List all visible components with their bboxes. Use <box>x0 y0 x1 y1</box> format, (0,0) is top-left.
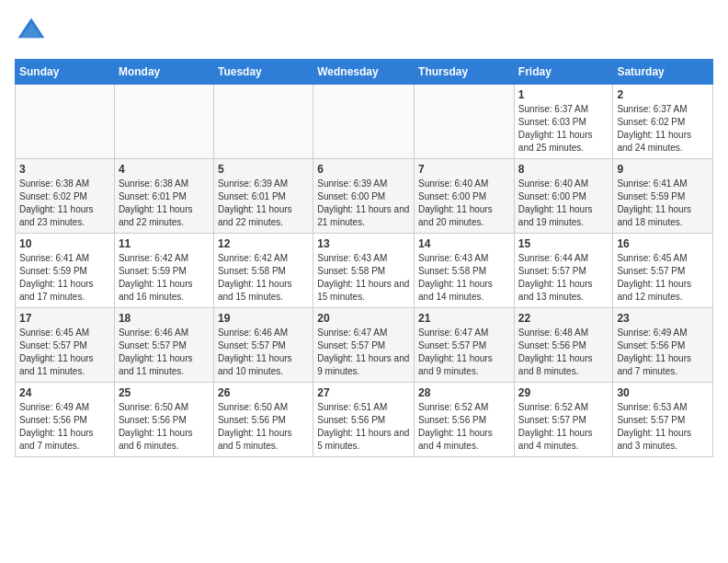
day-number: 11 <box>119 237 210 250</box>
day-info: Sunrise: 6:42 AM Sunset: 5:59 PM Dayligh… <box>119 252 210 304</box>
day-info: Sunrise: 6:43 AM Sunset: 5:58 PM Dayligh… <box>317 252 410 304</box>
calendar-cell: 28Sunrise: 6:52 AM Sunset: 5:56 PM Dayli… <box>415 383 515 457</box>
calendar-cell <box>313 85 415 159</box>
calendar-cell: 7Sunrise: 6:40 AM Sunset: 6:00 PM Daylig… <box>415 159 515 234</box>
calendar-cell <box>415 85 515 159</box>
day-number: 16 <box>617 237 709 250</box>
day-info: Sunrise: 6:50 AM Sunset: 5:56 PM Dayligh… <box>119 401 210 453</box>
calendar-cell: 19Sunrise: 6:46 AM Sunset: 5:57 PM Dayli… <box>213 308 313 383</box>
calendar-cell: 22Sunrise: 6:48 AM Sunset: 5:56 PM Dayli… <box>514 308 613 383</box>
calendar-cell: 2Sunrise: 6:37 AM Sunset: 6:02 PM Daylig… <box>613 85 713 159</box>
day-info: Sunrise: 6:52 AM Sunset: 5:56 PM Dayligh… <box>418 401 510 453</box>
calendar-cell: 6Sunrise: 6:39 AM Sunset: 6:00 PM Daylig… <box>313 159 415 234</box>
day-number: 8 <box>518 163 609 176</box>
calendar-cell: 12Sunrise: 6:42 AM Sunset: 5:58 PM Dayli… <box>213 234 313 308</box>
calendar-cell: 27Sunrise: 6:51 AM Sunset: 5:56 PM Dayli… <box>313 383 415 457</box>
calendar-cell: 21Sunrise: 6:47 AM Sunset: 5:57 PM Dayli… <box>415 308 515 383</box>
day-number: 24 <box>19 386 110 399</box>
calendar-cell: 11Sunrise: 6:42 AM Sunset: 5:59 PM Dayli… <box>114 234 213 308</box>
calendar-cell: 15Sunrise: 6:44 AM Sunset: 5:57 PM Dayli… <box>514 234 613 308</box>
day-info: Sunrise: 6:52 AM Sunset: 5:57 PM Dayligh… <box>518 401 609 453</box>
calendar-table: SundayMondayTuesdayWednesdayThursdayFrid… <box>15 59 713 457</box>
day-number: 4 <box>119 163 210 176</box>
day-info: Sunrise: 6:43 AM Sunset: 5:58 PM Dayligh… <box>418 252 510 304</box>
weekday-header-friday: Friday <box>514 60 613 85</box>
page-header <box>15 15 713 48</box>
day-info: Sunrise: 6:40 AM Sunset: 6:00 PM Dayligh… <box>418 178 510 229</box>
calendar-cell: 25Sunrise: 6:50 AM Sunset: 5:56 PM Dayli… <box>114 383 213 457</box>
logo <box>15 15 51 48</box>
day-info: Sunrise: 6:39 AM Sunset: 6:00 PM Dayligh… <box>317 178 410 229</box>
day-number: 7 <box>418 163 510 176</box>
calendar-cell: 1Sunrise: 6:37 AM Sunset: 6:03 PM Daylig… <box>514 85 613 159</box>
calendar-cell: 20Sunrise: 6:47 AM Sunset: 5:57 PM Dayli… <box>313 308 415 383</box>
day-info: Sunrise: 6:53 AM Sunset: 5:57 PM Dayligh… <box>617 401 709 453</box>
day-info: Sunrise: 6:41 AM Sunset: 5:59 PM Dayligh… <box>19 252 110 304</box>
day-info: Sunrise: 6:51 AM Sunset: 5:56 PM Dayligh… <box>317 401 410 453</box>
day-number: 20 <box>317 312 410 325</box>
day-number: 5 <box>218 163 309 176</box>
day-number: 12 <box>218 237 309 250</box>
calendar-cell: 17Sunrise: 6:45 AM Sunset: 5:57 PM Dayli… <box>16 308 115 383</box>
calendar-header-row: SundayMondayTuesdayWednesdayThursdayFrid… <box>16 60 713 85</box>
weekday-header-sunday: Sunday <box>16 60 115 85</box>
day-info: Sunrise: 6:44 AM Sunset: 5:57 PM Dayligh… <box>518 252 609 304</box>
day-info: Sunrise: 6:47 AM Sunset: 5:57 PM Dayligh… <box>317 327 410 378</box>
calendar-cell: 9Sunrise: 6:41 AM Sunset: 5:59 PM Daylig… <box>613 159 713 234</box>
day-number: 10 <box>19 237 110 250</box>
calendar-cell: 16Sunrise: 6:45 AM Sunset: 5:57 PM Dayli… <box>613 234 713 308</box>
day-info: Sunrise: 6:48 AM Sunset: 5:56 PM Dayligh… <box>518 327 609 378</box>
logo-icon <box>15 15 48 48</box>
day-info: Sunrise: 6:41 AM Sunset: 5:59 PM Dayligh… <box>617 178 709 229</box>
weekday-header-saturday: Saturday <box>613 60 713 85</box>
day-info: Sunrise: 6:50 AM Sunset: 5:56 PM Dayligh… <box>218 401 309 453</box>
weekday-header-tuesday: Tuesday <box>213 60 313 85</box>
day-number: 9 <box>617 163 709 176</box>
day-info: Sunrise: 6:49 AM Sunset: 5:56 PM Dayligh… <box>19 401 110 453</box>
calendar-cell: 8Sunrise: 6:40 AM Sunset: 6:00 PM Daylig… <box>514 159 613 234</box>
calendar-cell: 14Sunrise: 6:43 AM Sunset: 5:58 PM Dayli… <box>415 234 515 308</box>
day-number: 21 <box>418 312 510 325</box>
day-info: Sunrise: 6:37 AM Sunset: 6:02 PM Dayligh… <box>617 103 709 155</box>
calendar-cell: 4Sunrise: 6:38 AM Sunset: 6:01 PM Daylig… <box>114 159 213 234</box>
day-number: 6 <box>317 163 410 176</box>
day-info: Sunrise: 6:47 AM Sunset: 5:57 PM Dayligh… <box>418 327 510 378</box>
day-number: 27 <box>317 386 410 399</box>
day-number: 14 <box>418 237 510 250</box>
day-number: 1 <box>518 88 609 101</box>
calendar-cell: 5Sunrise: 6:39 AM Sunset: 6:01 PM Daylig… <box>213 159 313 234</box>
day-number: 19 <box>218 312 309 325</box>
day-info: Sunrise: 6:42 AM Sunset: 5:58 PM Dayligh… <box>218 252 309 304</box>
day-number: 18 <box>119 312 210 325</box>
calendar-cell: 23Sunrise: 6:49 AM Sunset: 5:56 PM Dayli… <box>613 308 713 383</box>
weekday-header-monday: Monday <box>114 60 213 85</box>
day-info: Sunrise: 6:38 AM Sunset: 6:01 PM Dayligh… <box>119 178 210 229</box>
calendar-cell: 18Sunrise: 6:46 AM Sunset: 5:57 PM Dayli… <box>114 308 213 383</box>
day-info: Sunrise: 6:39 AM Sunset: 6:01 PM Dayligh… <box>218 178 309 229</box>
day-number: 17 <box>19 312 110 325</box>
calendar-cell <box>114 85 213 159</box>
calendar-cell: 30Sunrise: 6:53 AM Sunset: 5:57 PM Dayli… <box>613 383 713 457</box>
day-info: Sunrise: 6:45 AM Sunset: 5:57 PM Dayligh… <box>617 252 709 304</box>
day-number: 13 <box>317 237 410 250</box>
day-number: 23 <box>617 312 709 325</box>
weekday-header-wednesday: Wednesday <box>313 60 415 85</box>
day-info: Sunrise: 6:38 AM Sunset: 6:02 PM Dayligh… <box>19 178 110 229</box>
day-number: 3 <box>19 163 110 176</box>
calendar-week-5: 24Sunrise: 6:49 AM Sunset: 5:56 PM Dayli… <box>16 383 713 457</box>
calendar-week-1: 1Sunrise: 6:37 AM Sunset: 6:03 PM Daylig… <box>16 85 713 159</box>
day-number: 22 <box>518 312 609 325</box>
day-number: 15 <box>518 237 609 250</box>
day-info: Sunrise: 6:46 AM Sunset: 5:57 PM Dayligh… <box>218 327 309 378</box>
day-info: Sunrise: 6:45 AM Sunset: 5:57 PM Dayligh… <box>19 327 110 378</box>
calendar-cell <box>213 85 313 159</box>
day-number: 28 <box>418 386 510 399</box>
day-number: 29 <box>518 386 609 399</box>
weekday-header-thursday: Thursday <box>415 60 515 85</box>
day-info: Sunrise: 6:49 AM Sunset: 5:56 PM Dayligh… <box>617 327 709 378</box>
calendar-week-2: 3Sunrise: 6:38 AM Sunset: 6:02 PM Daylig… <box>16 159 713 234</box>
calendar-week-4: 17Sunrise: 6:45 AM Sunset: 5:57 PM Dayli… <box>16 308 713 383</box>
day-info: Sunrise: 6:40 AM Sunset: 6:00 PM Dayligh… <box>518 178 609 229</box>
day-number: 25 <box>119 386 210 399</box>
calendar-cell: 13Sunrise: 6:43 AM Sunset: 5:58 PM Dayli… <box>313 234 415 308</box>
